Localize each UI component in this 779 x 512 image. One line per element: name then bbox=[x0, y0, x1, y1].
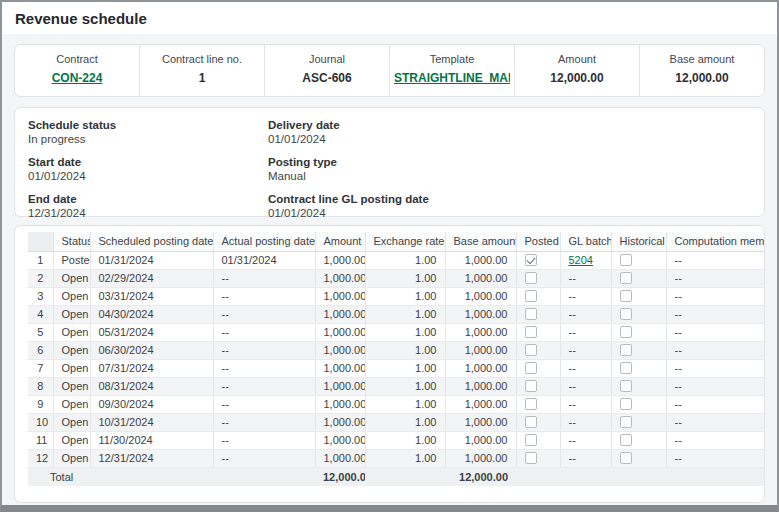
gl-batch-cell: -- bbox=[560, 431, 611, 449]
posted-cell bbox=[516, 323, 560, 341]
amount-cell: 1,000.00 bbox=[315, 305, 365, 323]
posted-checkbox[interactable] bbox=[525, 272, 537, 284]
historical-cell bbox=[611, 413, 666, 431]
exchange-rate-cell: 1.00 bbox=[365, 323, 445, 341]
amount-cell: 1,000.00 bbox=[315, 449, 365, 467]
base-amount-cell: 1,000.00 bbox=[445, 305, 516, 323]
details-field-value: 01/01/2024 bbox=[28, 170, 268, 182]
historical-checkbox[interactable] bbox=[620, 398, 632, 410]
gl-batch-cell: -- bbox=[560, 395, 611, 413]
scheduled-posting-date-cell: 12/31/2024 bbox=[90, 449, 213, 467]
posted-checkbox[interactable] bbox=[525, 326, 537, 338]
historical-checkbox[interactable] bbox=[620, 308, 632, 320]
summary-field-link[interactable]: STRAIGHTLINE_MANUA bbox=[394, 71, 510, 85]
posted-checkbox[interactable] bbox=[525, 380, 537, 392]
posted-checkbox[interactable] bbox=[525, 290, 537, 302]
summary-field-value: 12,000.00 bbox=[519, 71, 635, 85]
posted-checkbox[interactable] bbox=[525, 416, 537, 428]
scheduled-posting-date-cell: 06/30/2024 bbox=[90, 341, 213, 359]
amount-cell: 1,000.00 bbox=[315, 377, 365, 395]
base-amount-cell: 1,000.00 bbox=[445, 413, 516, 431]
details-field: Posting typeManual bbox=[268, 156, 751, 182]
actual-posting-date-cell: -- bbox=[213, 359, 315, 377]
exchange-rate-cell: 1.00 bbox=[365, 377, 445, 395]
exchange-rate-cell: 1.00 bbox=[365, 413, 445, 431]
historical-cell bbox=[611, 305, 666, 323]
summary-field-label: Base amount bbox=[644, 53, 760, 65]
details-field-label: End date bbox=[28, 193, 268, 205]
amount-cell: 1,000.00 bbox=[315, 269, 365, 287]
details-field: Delivery date01/01/2024 bbox=[268, 119, 751, 145]
posted-checkbox[interactable] bbox=[525, 362, 537, 374]
page-header: Revenue schedule bbox=[2, 2, 777, 34]
historical-checkbox[interactable] bbox=[620, 272, 632, 284]
amount-cell: 1,000.00 bbox=[315, 359, 365, 377]
computation-memo-cell: -- bbox=[666, 305, 765, 323]
historical-checkbox[interactable] bbox=[620, 326, 632, 338]
total-amount: 12,000.00 bbox=[315, 467, 365, 486]
details-card: Schedule statusIn progressStart date01/0… bbox=[14, 107, 765, 217]
summary-field-value: 12,000.00 bbox=[644, 71, 760, 85]
historical-cell bbox=[611, 359, 666, 377]
historical-checkbox[interactable] bbox=[620, 380, 632, 392]
posted-checkbox[interactable] bbox=[525, 434, 537, 446]
actual-posting-date-cell: -- bbox=[213, 413, 315, 431]
row-number-cell: 7 bbox=[28, 359, 53, 377]
status-cell: Open bbox=[53, 287, 90, 305]
row-number-cell: 1 bbox=[28, 251, 53, 269]
total-base-amount: 12,000.00 bbox=[445, 467, 516, 486]
scheduled-posting-date-cell: 05/31/2024 bbox=[90, 323, 213, 341]
historical-checkbox[interactable] bbox=[620, 254, 632, 266]
details-field: Start date01/01/2024 bbox=[28, 156, 268, 182]
column-header-historical: Historical bbox=[611, 232, 666, 251]
posted-checkbox[interactable] bbox=[525, 344, 537, 356]
gl-batch-cell: -- bbox=[560, 449, 611, 467]
column-header-base-amount: Base amount bbox=[445, 232, 516, 251]
exchange-rate-cell: 1.00 bbox=[365, 341, 445, 359]
row-number-cell: 8 bbox=[28, 377, 53, 395]
amount-cell: 1,000.00 bbox=[315, 431, 365, 449]
exchange-rate-cell: 1.00 bbox=[365, 359, 445, 377]
summary-field: Base amount12,000.00 bbox=[639, 45, 764, 96]
summary-field-link[interactable]: CON-224 bbox=[19, 71, 135, 85]
gl-batch-cell: 5204 bbox=[560, 251, 611, 269]
status-cell: Open bbox=[53, 377, 90, 395]
total-spacer bbox=[213, 467, 315, 486]
posted-checkbox[interactable] bbox=[525, 254, 537, 266]
posted-cell bbox=[516, 413, 560, 431]
historical-checkbox[interactable] bbox=[620, 362, 632, 374]
computation-memo-cell: -- bbox=[666, 341, 765, 359]
total-label: Total bbox=[28, 467, 90, 486]
posted-checkbox[interactable] bbox=[525, 308, 537, 320]
table-row: 12Open12/31/2024--1,000.001.001,000.00--… bbox=[28, 449, 765, 467]
actual-posting-date-cell: -- bbox=[213, 287, 315, 305]
gl-batch-cell: -- bbox=[560, 287, 611, 305]
summary-field: Contract line no.1 bbox=[139, 45, 264, 96]
details-field-value: 01/01/2024 bbox=[268, 207, 751, 219]
row-number-cell: 9 bbox=[28, 395, 53, 413]
historical-checkbox[interactable] bbox=[620, 452, 632, 464]
posted-checkbox[interactable] bbox=[525, 398, 537, 410]
status-cell: Open bbox=[53, 269, 90, 287]
details-left-column: Schedule statusIn progressStart date01/0… bbox=[28, 119, 268, 230]
historical-checkbox[interactable] bbox=[620, 434, 632, 446]
posted-cell bbox=[516, 287, 560, 305]
row-number-cell: 4 bbox=[28, 305, 53, 323]
posted-checkbox[interactable] bbox=[525, 452, 537, 464]
exchange-rate-cell: 1.00 bbox=[365, 449, 445, 467]
details-field-value: 12/31/2024 bbox=[28, 207, 268, 219]
actual-posting-date-cell: -- bbox=[213, 323, 315, 341]
table-row: 5Open05/31/2024--1,000.001.001,000.00---… bbox=[28, 323, 765, 341]
historical-checkbox[interactable] bbox=[620, 290, 632, 302]
posted-cell bbox=[516, 341, 560, 359]
amount-cell: 1,000.00 bbox=[315, 395, 365, 413]
computation-memo-cell: -- bbox=[666, 359, 765, 377]
exchange-rate-cell: 1.00 bbox=[365, 269, 445, 287]
scheduled-posting-date-cell: 11/30/2024 bbox=[90, 431, 213, 449]
historical-checkbox[interactable] bbox=[620, 344, 632, 356]
summary-card: ContractCON-224Contract line no.1Journal… bbox=[14, 44, 765, 97]
historical-checkbox[interactable] bbox=[620, 416, 632, 428]
gl-batch-cell: -- bbox=[560, 269, 611, 287]
details-right-column: Delivery date01/01/2024Posting typeManua… bbox=[268, 119, 751, 230]
gl-batch-link[interactable]: 5204 bbox=[569, 254, 593, 266]
